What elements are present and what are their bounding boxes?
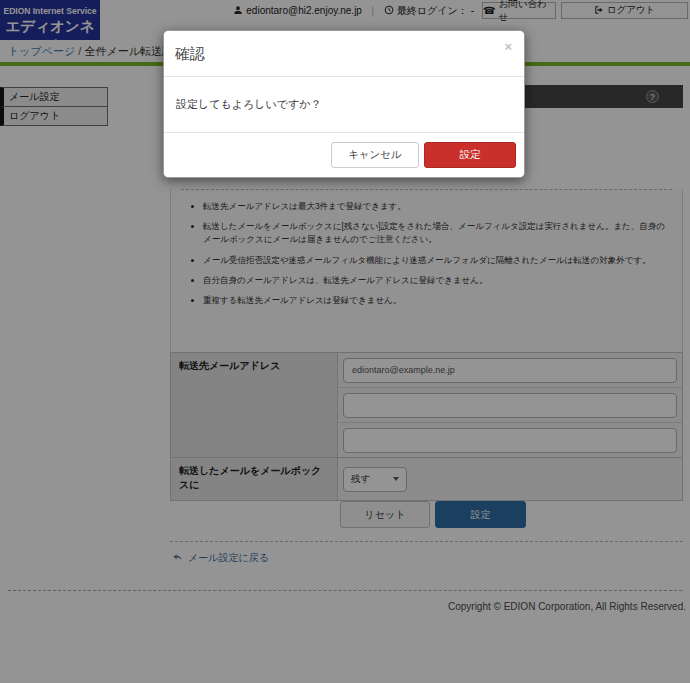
modal-footer: キャンセル 設定 xyxy=(164,133,524,177)
close-icon[interactable]: × xyxy=(504,39,512,54)
modal-header: 確認 × xyxy=(164,31,524,77)
modal-confirm-button[interactable]: 設定 xyxy=(424,142,516,168)
modal-message: 設定してもよろしいですか？ xyxy=(164,77,524,133)
page: EDION Internet Service エディオンネット ediontar… xyxy=(0,0,690,683)
modal-title: 確認 xyxy=(175,45,205,62)
modal-cancel-button[interactable]: キャンセル xyxy=(331,142,419,168)
confirm-modal: 確認 × 設定してもよろしいですか？ キャンセル 設定 xyxy=(163,30,525,178)
